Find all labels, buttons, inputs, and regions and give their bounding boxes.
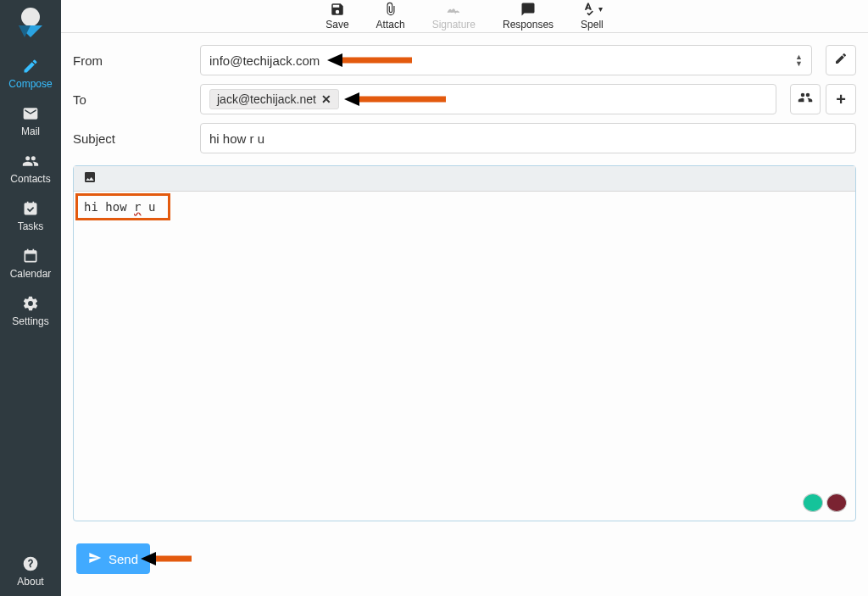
add-contact-button[interactable]: [790, 84, 821, 114]
sidebar-item-about[interactable]: About: [0, 549, 61, 596]
plus-icon: +: [836, 90, 846, 109]
subject-input[interactable]: hi how r u: [200, 123, 856, 153]
to-input[interactable]: jack@techijack.net ✕: [200, 84, 776, 114]
editor-body[interactable]: hi how r u: [74, 192, 855, 521]
save-button[interactable]: Save: [320, 0, 353, 32]
sidebar-item-tasks[interactable]: Tasks: [0, 193, 61, 241]
contacts-add-icon: [798, 90, 813, 109]
signature-icon: [446, 2, 461, 17]
to-label: To: [73, 92, 192, 107]
send-label: Send: [108, 552, 138, 566]
sidebar-label-compose: Compose: [8, 78, 52, 90]
sidebar-item-compose[interactable]: Compose: [0, 51, 61, 98]
sidebar-label-mail: Mail: [21, 125, 40, 137]
editor-toolbar: [74, 166, 855, 192]
responses-icon: [520, 2, 536, 17]
edit-identity-button[interactable]: [826, 45, 856, 75]
pencil-icon: [834, 52, 848, 69]
spell-label: Spell: [581, 19, 604, 31]
sidebar-item-calendar[interactable]: Calendar: [0, 241, 61, 288]
send-bar: Send: [73, 543, 856, 586]
sidebar: Compose Mail Contacts Tasks Calendar Set…: [0, 0, 61, 596]
compose-icon: [22, 58, 39, 75]
from-updown-icon: ▲▼: [795, 53, 803, 67]
sidebar-label-calendar: Calendar: [10, 268, 52, 280]
subject-value: hi how r u: [209, 131, 264, 146]
about-icon: [22, 555, 39, 572]
subject-label: Subject: [73, 131, 192, 146]
from-row: From info@techijack.com ▲▼: [73, 45, 856, 75]
editor-status-badges: [803, 493, 847, 512]
message-editor[interactable]: hi how r u: [73, 165, 856, 521]
to-recipient-chip[interactable]: jack@techijack.net ✕: [209, 89, 339, 109]
contacts-icon: [22, 153, 39, 170]
spell-icon: ▾: [581, 2, 603, 17]
sidebar-label-settings: Settings: [12, 315, 48, 327]
extension-icon[interactable]: [826, 493, 847, 512]
grammarly-icon[interactable]: [803, 493, 823, 512]
editor-word-1: how: [105, 200, 126, 214]
signature-button[interactable]: Signature: [427, 0, 481, 32]
editor-word-3: u: [148, 200, 155, 214]
save-label: Save: [326, 19, 348, 31]
calendar-icon: [22, 248, 39, 265]
sidebar-item-settings[interactable]: Settings: [0, 288, 61, 336]
responses-button[interactable]: Responses: [498, 0, 559, 32]
sidebar-label-tasks: Tasks: [18, 220, 44, 232]
editor-word-2-spellerror: r: [134, 200, 141, 214]
subject-row: Subject hi how r u: [73, 123, 856, 153]
to-row: To jack@techijack.net ✕ +: [73, 84, 856, 114]
attach-label: Attach: [376, 19, 405, 31]
editor-word-0: hi: [84, 200, 98, 214]
responses-label: Responses: [503, 19, 554, 31]
tasks-icon: [22, 200, 39, 217]
svg-point-0: [21, 8, 40, 26]
from-select[interactable]: info@techijack.com ▲▼: [200, 45, 812, 75]
from-value: info@techijack.com: [209, 53, 320, 68]
compose-toolbar: Save Attach Signature Responses ▾ Sp: [61, 0, 868, 33]
from-label: From: [73, 53, 192, 68]
to-chip-text: jack@techijack.net: [217, 92, 316, 106]
spell-button[interactable]: ▾ Spell: [576, 0, 609, 32]
save-icon: [330, 2, 345, 17]
mail-icon: [22, 105, 39, 122]
sidebar-label-contacts: Contacts: [10, 173, 50, 185]
app-logo: [14, 5, 47, 39]
signature-label: Signature: [432, 19, 476, 31]
sidebar-item-contacts[interactable]: Contacts: [0, 146, 61, 193]
send-button[interactable]: Send: [76, 543, 150, 574]
attach-icon: [383, 2, 398, 17]
chevron-down-icon: ▾: [598, 5, 603, 14]
settings-icon: [22, 295, 39, 312]
send-icon: [88, 551, 102, 567]
chip-remove-icon[interactable]: ✕: [321, 92, 331, 106]
attach-button[interactable]: Attach: [371, 0, 410, 32]
sidebar-label-about: About: [17, 576, 43, 588]
main-area: Save Attach Signature Responses ▾ Sp: [61, 0, 868, 596]
sidebar-item-mail[interactable]: Mail: [0, 98, 61, 146]
add-field-button[interactable]: +: [826, 84, 856, 114]
compose-form: From info@techijack.com ▲▼ To: [61, 33, 868, 596]
image-icon[interactable]: [82, 170, 97, 187]
